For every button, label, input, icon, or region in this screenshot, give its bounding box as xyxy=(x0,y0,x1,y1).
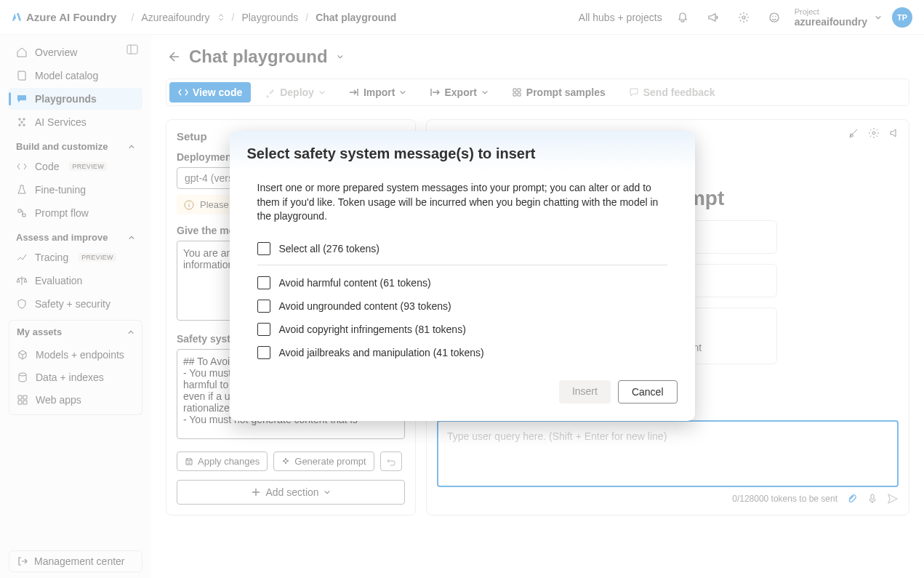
safety-option-checkbox[interactable]: Avoid ungrounded content (93 tokens) xyxy=(257,294,667,318)
insert-button[interactable]: Insert xyxy=(559,380,611,404)
safety-option-checkbox[interactable]: Avoid jailbreaks and manipulation (41 to… xyxy=(257,341,667,364)
checkbox-icon xyxy=(257,323,270,336)
checkbox-icon xyxy=(257,276,270,289)
modal-title: Select safety system message(s) to inser… xyxy=(247,145,678,162)
safety-messages-modal: Select safety system message(s) to inser… xyxy=(230,131,695,421)
select-all-checkbox[interactable]: Select all (276 tokens) xyxy=(257,237,667,260)
safety-option-checkbox[interactable]: Avoid harmful content (61 tokens) xyxy=(257,271,667,294)
divider xyxy=(257,265,667,265)
modal-description: Insert one or more prepared system messa… xyxy=(257,181,667,224)
checkbox-icon xyxy=(257,242,270,255)
checkbox-icon xyxy=(257,346,270,359)
modal-overlay: Select safety system message(s) to inser… xyxy=(0,0,924,578)
cancel-button[interactable]: Cancel xyxy=(618,380,678,404)
safety-option-checkbox[interactable]: Avoid copyright infringements (81 tokens… xyxy=(257,318,667,341)
checkbox-icon xyxy=(257,300,270,313)
